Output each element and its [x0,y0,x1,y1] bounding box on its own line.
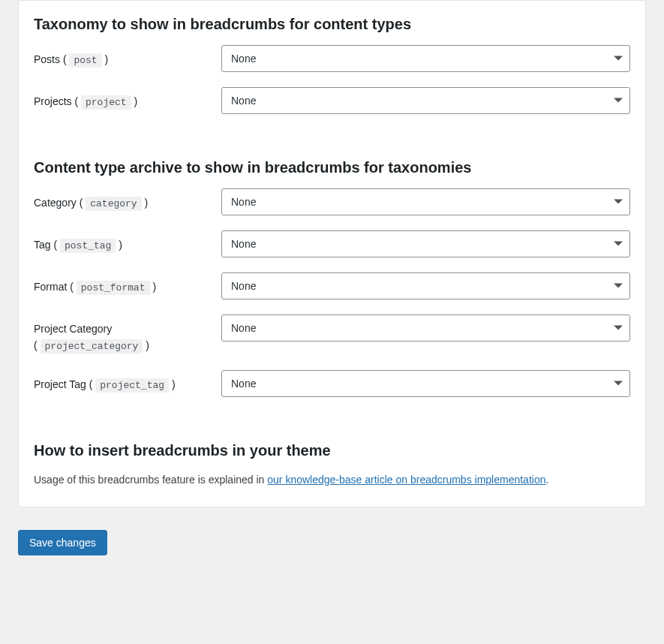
code-category: category [86,197,141,211]
select-project-tag-archive[interactable]: None [221,370,630,397]
section-taxonomies: Content type archive to show in breadcru… [19,159,645,397]
field-row-format: Format ( post_format ) None [34,272,630,299]
select-tag-archive[interactable]: None [221,230,630,257]
field-label-projects: Projects ( project ) [34,87,221,111]
code-post-tag: post_tag [60,239,116,253]
select-posts-taxonomy[interactable]: None [221,45,630,72]
field-row-project-category: Project Category ( project_category ) No… [34,314,630,355]
code-post-format: post_format [77,281,150,295]
field-label-project-category: Project Category ( project_category ) [34,314,221,355]
field-row-tag: Tag ( post_tag ) None [34,230,630,257]
code-post: post [69,53,101,68]
section-how-to-insert: How to insert breadcrumbs in your theme … [19,442,645,488]
select-category-archive[interactable]: None [221,188,630,215]
section-content-types: Taxonomy to show in breadcrumbs for cont… [19,16,645,114]
select-project-category-archive[interactable]: None [221,314,630,342]
code-project-category: project_category [41,339,143,354]
knowledge-base-link[interactable]: our knowledge-base article on breadcrumb… [267,474,545,486]
select-projects-taxonomy[interactable]: None [221,87,630,114]
field-label-project-tag: Project Tag ( project_tag ) [34,370,221,394]
select-format-archive[interactable]: None [221,272,630,299]
code-project: project [81,95,131,110]
help-text: Usage of this breadcrumbs feature is exp… [34,471,630,488]
field-row-category: Category ( category ) None [34,188,630,215]
field-label-posts: Posts ( post ) [34,45,221,69]
settings-panel: Taxonomy to show in breadcrumbs for cont… [18,0,646,507]
field-label-category: Category ( category ) [34,188,221,212]
field-row-project-tag: Project Tag ( project_tag ) None [34,370,630,397]
field-row-projects: Projects ( project ) None [34,87,630,114]
field-label-format: Format ( post_format ) [34,272,221,296]
section-title-taxonomies: Content type archive to show in breadcru… [34,159,630,176]
field-row-posts: Posts ( post ) None [34,45,630,72]
save-area: Save changes [0,507,664,578]
section-title-content-types: Taxonomy to show in breadcrumbs for cont… [34,16,630,33]
save-button[interactable]: Save changes [18,530,107,555]
field-label-tag: Tag ( post_tag ) [34,230,221,254]
section-title-how-to: How to insert breadcrumbs in your theme [34,442,630,459]
code-project-tag: project_tag [95,378,169,393]
